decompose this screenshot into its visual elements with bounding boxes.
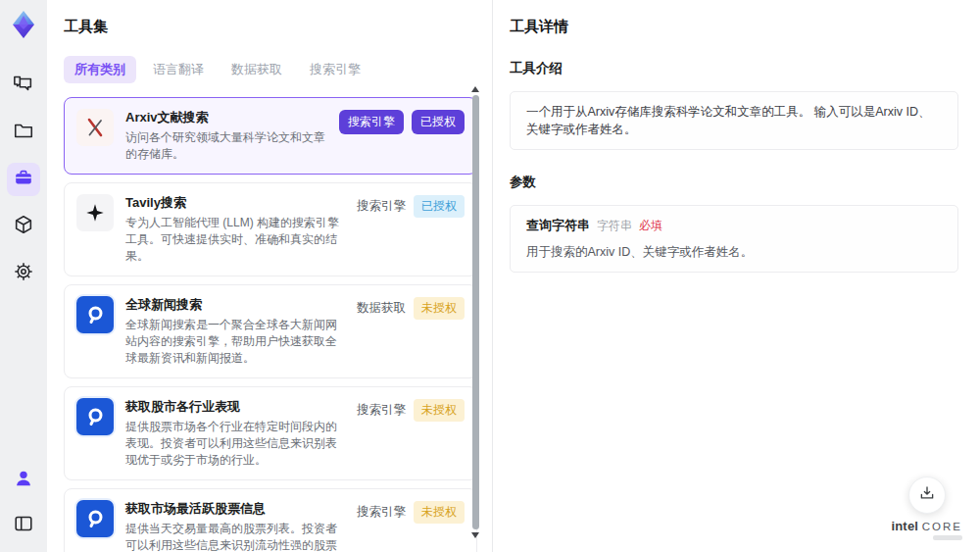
sidebar-bottom xyxy=(7,464,40,542)
core-logo-text: CORE xyxy=(922,521,962,532)
download-button[interactable] xyxy=(908,477,946,514)
sidebar xyxy=(0,0,47,552)
sidebar-item-collapse[interactable] xyxy=(7,509,40,542)
sidebar-nav xyxy=(7,69,40,290)
sidebar-item-chat[interactable] xyxy=(7,69,40,102)
app-window: 工具集 所有类别 语言翻译 数据获取 搜索引擎 Arxiv文献搜索 访问各个研究… xyxy=(0,0,980,552)
download-icon xyxy=(918,484,936,506)
tool-description: 访问各个研究领域大量科学论文和文章的存储库。 xyxy=(125,129,329,163)
search-q-icon xyxy=(76,296,114,333)
user-icon xyxy=(13,468,34,493)
sidebar-item-models[interactable] xyxy=(7,210,40,243)
category-tag[interactable]: 搜索引擎 xyxy=(339,110,404,134)
status-badge-unauthorized: 未授权 xyxy=(414,501,465,524)
tool-name: Tavily搜索 xyxy=(125,194,347,211)
tool-name: 全球新闻搜索 xyxy=(125,296,347,313)
param-description: 用于搜索的Arxiv ID、关键字或作者姓名。 xyxy=(526,243,942,261)
search-q-icon xyxy=(76,500,114,537)
scrollbar[interactable] xyxy=(471,86,479,538)
tool-card-tavily[interactable]: Tavily搜索 专为人工智能代理 (LLM) 构建的搜索引擎工具。可快速提供实… xyxy=(64,182,477,276)
tool-description: 提供股票市场各个行业在特定时间段内的表现。投资者可以利用这些信息来识别表现优于或… xyxy=(125,419,347,469)
chat-icon xyxy=(13,73,34,98)
arxiv-logo-icon xyxy=(76,109,114,146)
category-tag: 搜索引擎 xyxy=(357,198,406,215)
gear-icon xyxy=(13,261,34,286)
tab-all-categories[interactable]: 所有类别 xyxy=(64,56,136,83)
intel-logo-text: intel xyxy=(891,519,918,533)
category-tag: 数据获取 xyxy=(357,300,406,317)
intel-logo-subtext xyxy=(933,535,962,540)
sidebar-item-files[interactable] xyxy=(7,116,40,149)
status-badge-authorized[interactable]: 已授权 xyxy=(412,110,465,134)
tool-name: Arxiv文献搜索 xyxy=(125,109,329,125)
category-tabs: 所有类别 语言翻译 数据获取 搜索引擎 xyxy=(64,56,492,83)
tool-description: 全球新闻搜索是一个聚合全球各大新闻网站内容的搜索引擎，帮助用户快速获取全球最新资… xyxy=(125,317,347,367)
param-type: 字符串 xyxy=(597,217,632,234)
tab-search-engine[interactable]: 搜索引擎 xyxy=(299,56,371,83)
scroll-up-arrow-icon[interactable] xyxy=(471,86,479,92)
param-name: 查询字符串 xyxy=(526,217,590,234)
panel-layout-icon xyxy=(13,513,34,538)
tool-name: 获取股市各行业表现 xyxy=(125,398,347,415)
intel-core-logo: intel CORE xyxy=(891,520,962,540)
category-tag: 搜索引擎 xyxy=(357,402,406,419)
tab-data-acquisition[interactable]: 数据获取 xyxy=(220,56,293,83)
category-tag: 搜索引擎 xyxy=(357,504,406,521)
search-q-icon xyxy=(76,398,114,435)
status-badge-unauthorized: 未授权 xyxy=(414,297,465,320)
intro-section-title: 工具介绍 xyxy=(510,60,958,77)
status-badge-authorized: 已授权 xyxy=(414,195,465,218)
sidebar-item-settings[interactable] xyxy=(7,257,40,290)
tool-description: 专为人工智能代理 (LLM) 构建的搜索引擎工具。可快速提供实时、准确和真实的结… xyxy=(125,215,347,265)
tools-panel: 工具集 所有类别 语言翻译 数据获取 搜索引擎 Arxiv文献搜索 访问各个研究… xyxy=(47,0,493,552)
status-badge-unauthorized: 未授权 xyxy=(414,399,465,422)
sidebar-item-account[interactable] xyxy=(7,464,40,497)
scrollbar-thumb[interactable] xyxy=(472,95,479,529)
tab-language-translation[interactable]: 语言翻译 xyxy=(142,56,215,83)
tool-card-most-active-stocks[interactable]: 获取市场最活跃股票信息 提供当天交易量最高的股票列表。投资者可以利用这些信息来识… xyxy=(64,488,477,552)
tool-description: 提供当天交易量最高的股票列表。投资者可以利用这些信息来识别流动性强的股票和潜在的… xyxy=(125,521,347,552)
floating-tools: intel CORE xyxy=(891,477,962,540)
tool-card-global-news[interactable]: 全球新闻搜索 全球新闻搜索是一个聚合全球各大新闻网站内容的搜索引擎，帮助用户快速… xyxy=(64,284,477,378)
scroll-down-arrow-icon[interactable] xyxy=(471,532,479,538)
folder-icon xyxy=(13,120,34,145)
params-section-title: 参数 xyxy=(510,174,958,191)
tool-intro-text: 一个用于从Arxiv存储库搜索科学论文和文章的工具。 输入可以是Arxiv ID… xyxy=(510,91,958,150)
param-required-badge: 必填 xyxy=(639,217,662,234)
tool-card-sector-performance[interactable]: 获取股市各行业表现 提供股票市场各个行业在特定时间段内的表现。投资者可以利用这些… xyxy=(64,386,477,480)
sidebar-item-toolbox[interactable] xyxy=(7,163,40,196)
details-title: 工具详情 xyxy=(510,18,958,36)
page-title: 工具集 xyxy=(64,18,492,36)
tool-card-arxiv[interactable]: Arxiv文献搜索 访问各个研究领域大量科学论文和文章的存储库。 搜索引擎 已授… xyxy=(64,97,477,175)
cube-icon xyxy=(13,214,34,239)
parameter-card: 查询字符串 字符串 必填 用于搜索的Arxiv ID、关键字或作者姓名。 xyxy=(510,205,958,273)
tool-details-panel: 工具详情 工具介绍 一个用于从Arxiv存储库搜索科学论文和文章的工具。 输入可… xyxy=(493,0,980,552)
tavily-star-icon xyxy=(76,194,114,231)
app-logo-icon xyxy=(7,8,40,41)
tool-name: 获取市场最活跃股票信息 xyxy=(125,500,347,517)
tool-list: Arxiv文献搜索 访问各个研究领域大量科学论文和文章的存储库。 搜索引擎 已授… xyxy=(64,97,477,552)
briefcase-icon xyxy=(13,167,34,192)
